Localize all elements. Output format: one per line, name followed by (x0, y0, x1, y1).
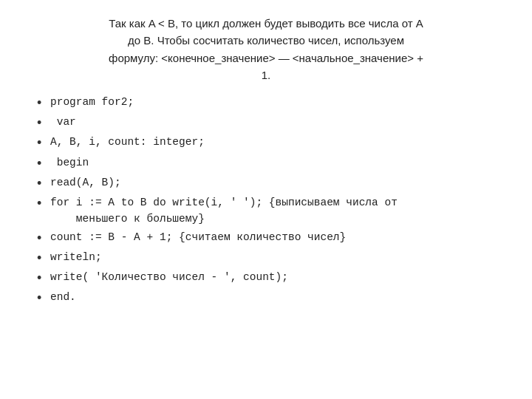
bullet-text: program for2; (50, 94, 134, 110)
list-item: • count := B - A + 1; {считаем количеств… (37, 229, 510, 248)
bullet-icon: • (37, 289, 50, 307)
bullet-text: writeln; (50, 249, 102, 265)
code-list: • program for2; • var • A, B, i, count: … (22, 94, 510, 308)
bullet-icon: • (37, 94, 50, 112)
bullet-icon: • (37, 114, 50, 132)
list-item: • A, B, i, count: integer; (37, 134, 510, 152)
intro-line4: 1. (262, 69, 271, 81)
list-item: • writeln; (37, 249, 510, 267)
bullet-icon: • (37, 174, 50, 193)
list-item: • read(A, B); (37, 174, 510, 193)
bullet-icon: • (37, 154, 50, 173)
bullet-icon: • (37, 269, 50, 287)
list-item: • end. (37, 289, 510, 307)
bullet-text: for i := A to B do write(i, ' '); {выпис… (50, 194, 398, 228)
bullet-text: write( 'Количество чисел - ', count); (50, 269, 288, 285)
bullet-text: count := B - A + 1; {считаем количество … (50, 229, 346, 245)
intro-line2: до B. Чтобы сосчитать количество чисел, … (128, 34, 404, 47)
bullet-text: var (50, 114, 76, 130)
bullet-icon: • (37, 229, 50, 248)
bullet-icon: • (37, 249, 50, 267)
list-item: • for i := A to B do write(i, ' '); {вып… (37, 194, 510, 228)
intro-paragraph: Так как A < B, то цикл должен будет выво… (22, 15, 510, 83)
bullet-text: begin (50, 154, 89, 171)
bullet-text: read(A, B); (50, 174, 121, 191)
list-item: • begin (37, 154, 510, 173)
bullet-icon: • (37, 134, 50, 152)
list-item: • program for2; (37, 94, 510, 112)
bullet-text: end. (50, 289, 76, 305)
bullet-text: A, B, i, count: integer; (50, 134, 205, 150)
intro-line1: Так как A < B, то цикл должен будет выво… (109, 17, 423, 30)
bullet-icon: • (37, 194, 50, 213)
list-item: • var (37, 114, 510, 132)
intro-line3: формулу: <конечное_значение> — <начально… (109, 52, 423, 64)
list-item: • write( 'Количество чисел - ', count); (37, 269, 510, 287)
